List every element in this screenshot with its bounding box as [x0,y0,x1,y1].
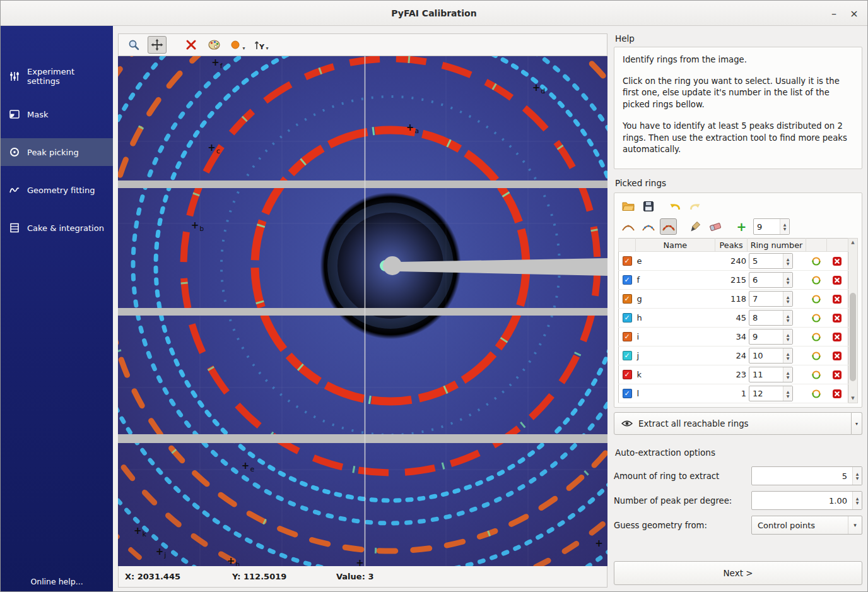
extract-dropdown-button[interactable]: ▾ [852,412,862,435]
scrollbar-thumb[interactable] [850,293,856,381]
clear-mask-tool-button[interactable] [182,36,201,54]
header-ring-number[interactable]: Ring number [748,239,806,252]
spinner-arrows[interactable]: ▲▼ [852,492,862,509]
online-help-link[interactable]: Online help... [1,577,113,586]
pan-tool-button[interactable] [148,36,167,54]
pick-ring-tool-button[interactable] [660,218,677,235]
spinner-arrows[interactable]: ▲▼ [783,386,792,401]
ring-number-spinbox[interactable]: 11▲▼ [749,367,793,382]
spinner-arrows[interactable]: ▲▼ [783,311,792,325]
ring-number-spinbox[interactable]: 10▲▼ [749,348,793,364]
table-scrollbar[interactable]: ▲ ▼ [848,238,858,403]
minimize-button[interactable]: – [823,1,845,26]
spinner-arrows[interactable]: ▲▼ [783,254,792,268]
amount-of-rings-spinbox[interactable]: 5 ▲▼ [751,466,862,485]
diffraction-canvas[interactable]: +f+d+a+c+b+e+k+j+h++ [118,56,607,566]
remove-ring-icon[interactable] [828,294,847,304]
table-row[interactable]: ✓ l 1 12▲▼ [619,384,848,403]
plot-area: ▾ Y ▾ [118,33,607,588]
spinner-arrows[interactable]: ▲▼ [783,348,792,363]
ring-visibility-checkbox[interactable]: ✓ [623,389,632,398]
pick-peak-tool-button[interactable] [619,218,636,235]
brush-tool-button[interactable] [686,218,703,235]
ring-number-spinbox[interactable]: 12▲▼ [749,386,793,401]
recompute-ring-icon[interactable] [807,313,826,323]
ring-number-spinbox[interactable]: 6▲▼ [749,272,793,288]
scrollbar-track[interactable] [848,247,857,394]
eraser-tool-button[interactable] [707,218,724,235]
save-rings-button[interactable] [640,198,657,215]
guess-geometry-label: Guess geometry from: [614,521,751,530]
table-row[interactable]: ✓ f 215 6▲▼ [619,271,848,290]
remove-ring-icon[interactable] [828,389,847,399]
table-row[interactable]: ✓ i 34 9▲▼ [619,328,848,346]
remove-ring-icon[interactable] [828,332,847,342]
add-ring-button[interactable]: + [733,218,750,235]
sidebar-item-cake-integration[interactable]: Cake & integration [1,214,113,242]
recompute-ring-icon[interactable] [807,275,826,285]
ring-visibility-checkbox[interactable]: ✓ [623,332,632,341]
recompute-ring-icon[interactable] [807,389,826,399]
colormap-tool-button[interactable] [205,36,224,54]
recompute-ring-icon[interactable] [807,256,826,266]
spinner-arrows[interactable]: ▲▼ [783,367,792,382]
redo-button[interactable] [686,198,703,215]
spinner-arrows[interactable]: ▲▼ [783,292,792,306]
peaks-per-degree-spinbox[interactable]: 1.00 ▲▼ [751,491,862,510]
spin-up-icon: ▲ [787,389,790,394]
ring-number-spinbox[interactable]: 5▲▼ [749,253,793,269]
sidebar-item-experiment-settings[interactable]: Experiment settings [1,62,113,90]
y-axis-orientation-tool-button[interactable]: Y ▾ [252,36,271,54]
pick-arc-tool-button[interactable] [640,218,657,235]
remove-ring-icon[interactable] [828,275,847,285]
ring-peaks: 45 [715,309,748,328]
scroll-down-icon[interactable]: ▼ [848,394,857,403]
recompute-ring-icon[interactable] [807,351,826,361]
marker-style-tool-button[interactable]: ▾ [228,36,247,54]
ring-visibility-checkbox[interactable]: ✓ [623,294,632,304]
spinner-arrows[interactable]: ▲▼ [852,467,862,485]
remove-ring-icon[interactable] [828,256,847,266]
zoom-tool-button[interactable] [124,36,143,54]
ring-visibility-checkbox[interactable]: ✓ [623,313,632,323]
remove-ring-icon[interactable] [828,313,847,323]
ring-number-spinbox[interactable]: 7▲▼ [749,291,793,307]
ring-visibility-checkbox[interactable]: ✓ [623,370,632,379]
table-row[interactable]: ✓ e 240 5▲▼ [619,252,848,271]
ring-number-spinbox[interactable]: 9▲▼ [749,329,793,345]
undo-button[interactable] [666,198,683,215]
extract-rings-button[interactable]: Extract all reachable rings [614,412,852,435]
ring-number-value: 6 [749,275,783,285]
table-row[interactable]: ✓ k 23 11▲▼ [619,365,848,384]
ring-number-selector[interactable]: 9 ▲ ▼ [753,218,790,235]
table-row[interactable]: ✓ j 24 10▲▼ [619,346,848,365]
table-row[interactable]: ✓ g 118 7▲▼ [619,290,848,309]
remove-ring-icon[interactable] [828,370,847,380]
ring-number-spinbox[interactable]: 8▲▼ [749,310,793,326]
recompute-ring-icon[interactable] [807,370,826,380]
sidebar-item-label: Cake & integration [27,223,104,233]
ring-peaks: 215 [715,271,748,290]
header-name[interactable]: Name [635,239,715,252]
scroll-up-icon[interactable]: ▲ [848,239,857,247]
recompute-ring-icon[interactable] [807,294,826,304]
recompute-ring-icon[interactable] [807,332,826,342]
arc-ring-icon [662,221,676,232]
close-button[interactable]: × [843,1,865,26]
guess-geometry-dropdown[interactable]: Control points ▾ [751,516,862,535]
sidebar-item-geometry-fitting[interactable]: Geometry fitting [1,176,113,204]
sidebar-item-peak-picking[interactable]: Peak picking [1,138,113,166]
remove-ring-icon[interactable] [828,351,847,361]
spinner-arrows[interactable]: ▲▼ [783,273,792,287]
spinner-arrows[interactable]: ▲▼ [783,329,792,344]
table-row[interactable]: ✓ h 45 8▲▼ [619,309,848,328]
header-peaks[interactable]: Peaks [715,239,748,252]
ring-visibility-checkbox[interactable]: ✓ [623,275,632,285]
open-rings-button[interactable] [619,198,636,215]
sidebar-item-mask[interactable]: Mask [1,100,113,128]
next-button[interactable]: Next > [614,561,862,585]
ring-visibility-checkbox[interactable]: ✓ [623,351,632,360]
spinner-arrows[interactable]: ▲ ▼ [780,219,789,234]
ring-visibility-checkbox[interactable]: ✓ [623,256,632,266]
save-floppy-icon [643,201,654,212]
